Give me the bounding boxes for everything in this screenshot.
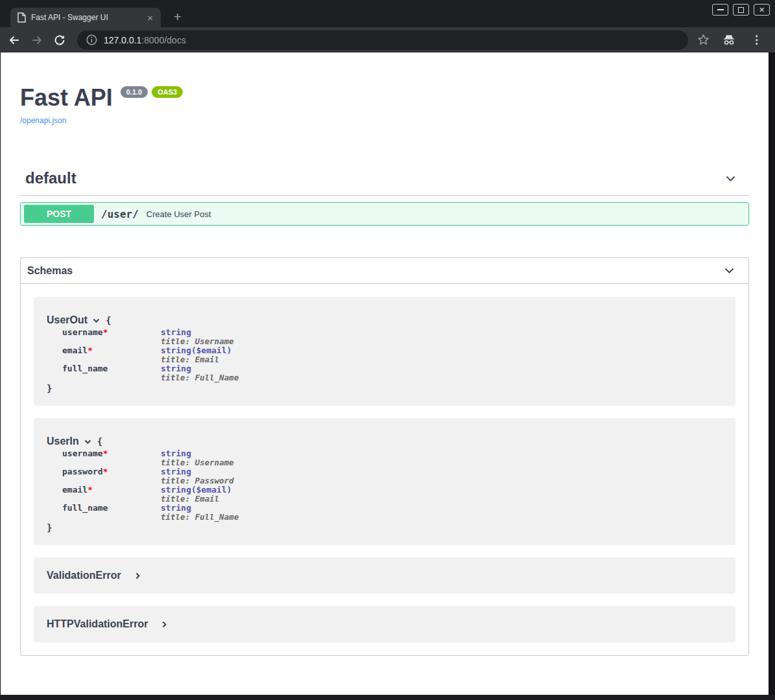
- browser-menu-icon[interactable]: ⋮: [748, 33, 765, 47]
- property-title: title: Full_Name: [161, 373, 238, 382]
- schemas-title: Schemas: [27, 265, 723, 277]
- schemas-section: Schemas UserOut {: [20, 257, 749, 656]
- page-area: Fast API 0.1.0 OAS3 /openapi.json defaul…: [0, 52, 775, 695]
- property-row: password* string title: Password: [62, 467, 723, 485]
- incognito-badge-icon: [721, 34, 737, 47]
- model-title: HTTPValidationError: [47, 618, 148, 630]
- url-host: 127.0.0.1: [104, 35, 141, 45]
- property-title: title: Email: [161, 495, 232, 504]
- model-properties: username* string title: Username passwor…: [62, 449, 723, 522]
- openapi-spec-link[interactable]: /openapi.json: [20, 116, 66, 125]
- reload-button[interactable]: [53, 34, 66, 47]
- chevron-right-icon[interactable]: [160, 620, 168, 629]
- required-star: *: [103, 467, 108, 476]
- property-title: title: Username: [161, 337, 234, 346]
- required-star: *: [103, 449, 108, 458]
- browser-tab[interactable]: Fast API - Swagger UI ×: [10, 8, 161, 27]
- minimize-button[interactable]: [712, 4, 728, 16]
- tab-strip: Fast API - Swagger UI × + ✕: [0, 0, 775, 27]
- property-name: username*: [62, 449, 161, 467]
- required-star: *: [87, 345, 93, 355]
- page-title: Fast API: [20, 84, 113, 111]
- model-httpvalidationerror-toggle[interactable]: HTTPValidationError: [47, 618, 723, 630]
- model-title: ValidationError: [47, 570, 121, 581]
- property-name: full_name: [62, 504, 161, 522]
- model-title: UserOut: [47, 314, 87, 326]
- property-name: username*: [62, 328, 161, 346]
- property-title: title: Email: [161, 355, 232, 364]
- property-row: full_name string title: Full_Name: [62, 364, 723, 382]
- maximize-button[interactable]: [733, 4, 749, 16]
- chevron-down-icon[interactable]: [92, 316, 100, 325]
- bookmark-star-icon[interactable]: [697, 34, 710, 46]
- model-validationerror-toggle[interactable]: ValidationError: [47, 570, 723, 581]
- tag-header-default[interactable]: default: [20, 163, 749, 196]
- property-title: title: Full_Name: [161, 513, 238, 522]
- property-row: email* string($email) title: Email: [62, 485, 723, 504]
- schemas-header[interactable]: Schemas: [21, 258, 748, 284]
- close-brace: }: [47, 382, 723, 393]
- close-button[interactable]: ✕: [754, 4, 770, 16]
- model-validationerror: ValidationError: [34, 557, 735, 594]
- property-title: title: Password: [161, 476, 234, 485]
- swagger-page: Fast API 0.1.0 OAS3 /openapi.json defaul…: [1, 52, 769, 695]
- version-badge: 0.1.0: [121, 86, 148, 98]
- property-name: password*: [62, 467, 161, 485]
- url-text: 127.0.0.1:8000/docs: [104, 35, 186, 45]
- back-button[interactable]: [8, 34, 21, 47]
- property-name: email*: [62, 485, 161, 504]
- property-desc: string($email) title: Email: [161, 346, 232, 364]
- browser-toolbar: 127.0.0.1:8000/docs ⋮: [0, 27, 775, 52]
- open-brace: {: [106, 315, 111, 325]
- tag-title: default: [25, 169, 724, 187]
- opblock-post-user[interactable]: POST /user/ Create User Post: [20, 202, 749, 226]
- tab-close-icon[interactable]: ×: [146, 13, 154, 23]
- api-title-row: Fast API 0.1.0 OAS3: [20, 84, 749, 111]
- property-desc: string title: Username: [161, 449, 234, 467]
- required-star: *: [87, 485, 93, 495]
- property-desc: string title: Full_Name: [161, 504, 238, 522]
- property-desc: string title: Full_Name: [161, 364, 238, 382]
- operation-summary: Create User Post: [146, 209, 211, 219]
- property-type: string: [161, 467, 234, 476]
- new-tab-button[interactable]: +: [168, 8, 187, 27]
- property-type: string($email): [161, 346, 232, 355]
- site-info-icon[interactable]: [86, 34, 97, 45]
- method-badge-post: POST: [24, 205, 94, 223]
- schemas-body: UserOut { username* string ti: [21, 284, 748, 655]
- model-userin-toggle[interactable]: UserIn {: [47, 436, 723, 447]
- maximize-icon: [738, 7, 744, 13]
- close-icon: ✕: [759, 6, 765, 14]
- property-type: string: [161, 364, 238, 373]
- property-desc: string($email) title: Email: [161, 485, 232, 504]
- chevron-down-icon[interactable]: [723, 264, 736, 277]
- model-httpvalidationerror: HTTPValidationError: [34, 606, 735, 642]
- chevron-right-icon[interactable]: [133, 572, 142, 580]
- property-title: title: Username: [161, 458, 234, 467]
- model-userout-toggle[interactable]: UserOut {: [47, 314, 723, 326]
- chevron-down-icon[interactable]: [724, 172, 737, 185]
- chevron-down-icon[interactable]: [84, 438, 92, 446]
- forward-button[interactable]: [30, 34, 43, 47]
- window-controls: ✕: [712, 4, 770, 16]
- address-bar[interactable]: 127.0.0.1:8000/docs: [77, 30, 688, 50]
- tag-section-default: default POST /user/ Create User Post: [20, 163, 749, 226]
- oas3-badge: OAS3: [152, 86, 183, 98]
- property-type: string: [161, 449, 234, 458]
- property-row: username* string title: Username: [62, 328, 723, 346]
- minimize-icon: [717, 9, 724, 10]
- toolbar-right: ⋮: [697, 33, 765, 47]
- model-properties: username* string title: Username email* …: [62, 328, 723, 382]
- property-type: string: [161, 504, 238, 513]
- property-desc: string title: Password: [161, 467, 234, 485]
- property-type: string: [161, 328, 234, 337]
- model-userin: UserIn { username* string tit: [34, 418, 735, 545]
- open-brace: {: [97, 436, 102, 447]
- window-bottom-edge: [0, 695, 775, 700]
- property-row: email* string($email) title: Email: [62, 346, 723, 364]
- close-brace: }: [47, 522, 723, 532]
- required-star: *: [103, 327, 108, 337]
- property-name: full_name: [62, 364, 161, 382]
- page-favicon-icon: [17, 12, 26, 23]
- api-info: Fast API 0.1.0 OAS3 /openapi.json: [20, 84, 749, 126]
